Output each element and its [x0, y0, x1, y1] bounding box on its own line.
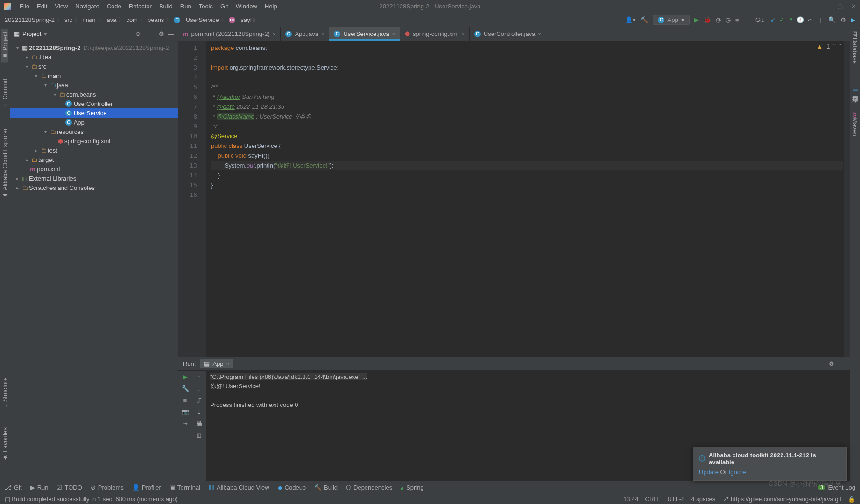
- bottom-build[interactable]: 🔨Build: [314, 484, 338, 491]
- collapse-all-icon[interactable]: ≡: [151, 30, 155, 37]
- crumb-src[interactable]: src: [64, 16, 72, 23]
- close-icon[interactable]: ×: [226, 361, 229, 367]
- menu-view[interactable]: View: [51, 3, 71, 10]
- status-encoding[interactable]: UTF-8: [667, 496, 684, 503]
- tree-usercontroller[interactable]: C UserController: [10, 99, 178, 108]
- menu-build[interactable]: Build: [155, 3, 176, 10]
- menu-navigate[interactable]: Navigate: [71, 3, 103, 10]
- status-indent[interactable]: 4 spaces: [691, 496, 715, 503]
- settings-icon[interactable]: ⚙: [159, 30, 164, 37]
- bottom-codeup[interactable]: ◆Codeup: [278, 484, 306, 491]
- wrench-icon[interactable]: 🔧: [182, 385, 189, 392]
- crumb-com[interactable]: com: [126, 16, 138, 23]
- crumb-project[interactable]: 20221128Spring-2: [5, 16, 55, 23]
- run-config-selector[interactable]: C App ▾: [653, 15, 689, 25]
- status-eol[interactable]: CRLF: [645, 496, 661, 503]
- tree-main[interactable]: ▾🗀main: [10, 71, 178, 80]
- tree-src[interactable]: ▾🗀src: [10, 62, 178, 71]
- maximize-icon[interactable]: ▢: [837, 3, 843, 10]
- status-branch[interactable]: ⎇ https://gitee.com/sun-yuhang-bite/java…: [722, 496, 841, 503]
- tree-ext-libs[interactable]: ▸⫿⫿External Libraries: [10, 174, 178, 183]
- up-icon[interactable]: ↑: [197, 373, 201, 380]
- menu-tools[interactable]: Tools: [195, 3, 217, 10]
- status-icon[interactable]: ▢: [5, 496, 10, 503]
- print-icon[interactable]: 🖶: [196, 420, 202, 427]
- menu-run[interactable]: Run: [176, 3, 195, 10]
- menu-file[interactable]: File: [16, 3, 33, 10]
- camera-icon[interactable]: 📷: [182, 408, 189, 415]
- close-icon[interactable]: ×: [461, 31, 464, 37]
- stripe-app[interactable]: ⟦⟧应用程序: [851, 83, 860, 94]
- close-icon[interactable]: ×: [538, 31, 541, 37]
- notification-ignore-link[interactable]: Ignore: [729, 469, 746, 476]
- run-tab[interactable]: ▤App×: [200, 359, 233, 368]
- menu-help[interactable]: Help: [261, 3, 281, 10]
- hide-icon[interactable]: —: [168, 30, 174, 37]
- crumb-java[interactable]: java: [106, 16, 117, 23]
- ide-plugin-icon[interactable]: ▶: [851, 16, 855, 23]
- menu-refactor[interactable]: Refactor: [125, 3, 155, 10]
- tree-scratches[interactable]: ▸🗀Scratches and Consoles: [10, 183, 178, 192]
- soft-wrap-icon[interactable]: ⇵: [197, 397, 202, 404]
- stripe-favorites[interactable]: ★Favorites: [1, 425, 8, 464]
- git-rollback-icon[interactable]: ⤺: [807, 16, 814, 23]
- notification-update-link[interactable]: Update: [699, 469, 719, 476]
- close-icon[interactable]: ×: [273, 31, 275, 37]
- stripe-structure[interactable]: ≡Structure: [1, 375, 8, 410]
- bottom-terminal[interactable]: ▣Terminal: [169, 484, 200, 491]
- tree-root[interactable]: ▾▦20221128Spring-2D:\gitee\java\20221128…: [10, 43, 178, 52]
- stripe-database[interactable]: 🗄Database: [852, 29, 859, 67]
- settings-icon[interactable]: ⚙: [829, 360, 834, 367]
- hide-icon[interactable]: —: [839, 360, 845, 367]
- menu-git[interactable]: Git: [217, 3, 232, 10]
- bottom-todo[interactable]: ☑TODO: [56, 484, 82, 491]
- stop-icon[interactable]: ■: [735, 16, 739, 23]
- search-icon[interactable]: 🔍: [828, 16, 836, 23]
- git-history-icon[interactable]: 🕘: [796, 16, 805, 23]
- tree-spring-config[interactable]: ⬢spring-config.xml: [10, 136, 178, 146]
- error-stripe[interactable]: [843, 41, 850, 357]
- tree-pkg[interactable]: ▾🗀com.beans: [10, 90, 178, 99]
- stripe-alibaba[interactable]: ☁Alibaba Cloud Explorer: [1, 126, 8, 202]
- settings-icon[interactable]: ⚙: [840, 16, 846, 23]
- run-icon[interactable]: ▶: [694, 16, 699, 23]
- stripe-maven[interactable]: mMaven: [852, 110, 859, 139]
- close-icon[interactable]: ×: [321, 31, 324, 37]
- exit-icon[interactable]: ⤳: [183, 420, 188, 427]
- crumb-main[interactable]: main: [82, 16, 95, 23]
- select-opened-icon[interactable]: ⊙: [135, 30, 141, 37]
- git-commit-icon[interactable]: ✓: [778, 16, 785, 23]
- tree-app[interactable]: C App: [10, 118, 178, 127]
- tree-java[interactable]: ▾🗀java: [10, 80, 178, 90]
- profile-icon[interactable]: ◷: [726, 16, 731, 23]
- tab-app[interactable]: CApp.java×: [281, 27, 329, 41]
- debug-icon[interactable]: 🐞: [704, 16, 711, 23]
- tree-resources[interactable]: ▾🗀resources: [10, 127, 178, 136]
- crumb-sayhi[interactable]: m sayHi: [229, 16, 256, 23]
- stop-icon[interactable]: ■: [183, 397, 187, 404]
- tree-test[interactable]: ▸🗀test: [10, 146, 178, 155]
- tree-target[interactable]: ▸🗀target: [10, 155, 178, 164]
- project-tree[interactable]: ▾▦20221128Spring-2D:\gitee\java\20221128…: [10, 41, 178, 481]
- stripe-commit[interactable]: ○Commit: [1, 76, 8, 112]
- build-icon[interactable]: 🔨: [641, 16, 648, 23]
- project-panel-title[interactable]: ▦ Project ▾: [14, 30, 47, 37]
- bottom-alicloud[interactable]: ⟦⟧Alibaba Cloud View: [209, 484, 269, 491]
- down-icon[interactable]: ↓: [197, 385, 201, 392]
- bottom-git[interactable]: ⎇Git: [5, 484, 22, 491]
- bottom-run[interactable]: ▶Run: [30, 484, 49, 491]
- crumb-beans[interactable]: beans: [148, 16, 164, 23]
- tab-pom[interactable]: mpom.xml (20221128Spring-2)×: [178, 27, 281, 41]
- clear-icon[interactable]: 🗑: [196, 432, 202, 439]
- bottom-profiler[interactable]: 👤Profiler: [132, 484, 161, 491]
- menu-window[interactable]: Window: [232, 3, 261, 10]
- crumb-userservice[interactable]: C UserService: [174, 16, 219, 23]
- code-content[interactable]: package com.beans; import org.springfram…: [206, 41, 843, 357]
- tree-pom[interactable]: m pom.xml: [10, 164, 178, 174]
- menu-edit[interactable]: Edit: [33, 3, 51, 10]
- user-icon[interactable]: 👤▾: [625, 16, 636, 23]
- bottom-spring[interactable]: ⸙Spring: [401, 484, 424, 491]
- close-icon[interactable]: ✕: [851, 3, 856, 10]
- tree-idea[interactable]: ▸🗀.idea: [10, 52, 178, 62]
- close-icon[interactable]: ×: [392, 31, 395, 37]
